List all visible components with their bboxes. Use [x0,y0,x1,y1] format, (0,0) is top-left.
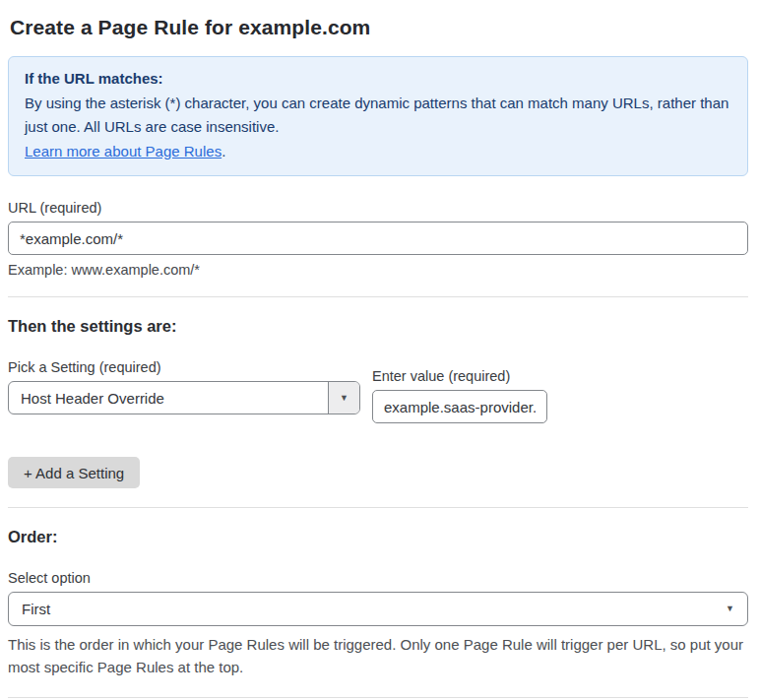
order-description: This is the order in which your Page Rul… [8,633,748,678]
url-label: URL (required) [8,200,748,216]
info-box-body: By using the asterisk (*) character, you… [25,92,731,140]
order-select-label: Select option [8,570,748,586]
page-title: Create a Page Rule for example.com [10,16,748,39]
url-match-info-box: If the URL matches: By using the asteris… [8,56,748,176]
divider [8,697,748,698]
link-suffix: . [222,143,225,159]
divider [8,296,748,297]
settings-heading: Then the settings are: [8,317,748,336]
create-page-rule-form: Create a Page Rule for example.com If th… [0,0,760,700]
order-heading: Order: [8,528,748,546]
info-box-link-line: Learn more about Page Rules. [25,140,731,164]
url-field-block: URL (required) Example: www.example.com/… [8,200,748,278]
chevron-down-icon: ▼ [726,605,734,613]
setting-select-caret-button[interactable]: ▼ [328,382,359,414]
url-input[interactable] [8,222,748,255]
enter-value-label: Enter value (required) [372,368,547,384]
order-select[interactable]: First ▼ [8,592,748,626]
setting-select[interactable]: Host Header Override ▼ [8,381,360,414]
add-setting-button[interactable]: + Add a Setting [8,457,140,488]
enter-value-column: Enter value (required) [372,368,547,423]
divider [8,507,748,508]
info-box-heading: If the URL matches: [25,67,731,92]
chevron-down-icon: ▼ [340,394,348,403]
pick-setting-label: Pick a Setting (required) [8,359,360,375]
pick-setting-column: Pick a Setting (required) Host Header Ov… [8,359,360,423]
order-select-value: First [22,601,50,617]
setting-row: Pick a Setting (required) Host Header Ov… [8,359,748,423]
setting-value-input[interactable] [372,390,547,423]
learn-more-link[interactable]: Learn more about Page Rules [25,143,222,159]
url-hint: Example: www.example.com/* [8,262,748,278]
setting-select-value: Host Header Override [9,382,328,414]
